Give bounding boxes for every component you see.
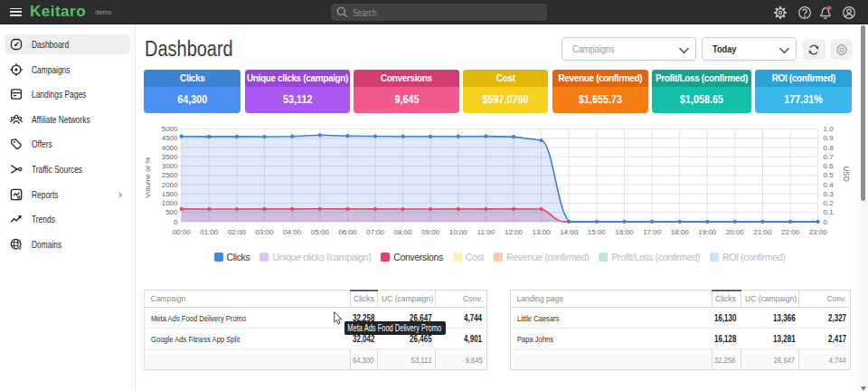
- svg-text:22:00: 22:00: [781, 228, 800, 236]
- svg-text:2000: 2000: [162, 181, 178, 189]
- svg-text:0.9: 0.9: [824, 134, 835, 142]
- svg-text:16:00: 16:00: [615, 228, 634, 236]
- svg-text:0.3: 0.3: [824, 190, 835, 198]
- svg-text:15:00: 15:00: [588, 228, 607, 236]
- svg-text:10:00: 10:00: [449, 228, 468, 236]
- svg-text:3500: 3500: [162, 153, 178, 161]
- svg-text:11:00: 11:00: [477, 228, 495, 236]
- svg-text:0.4: 0.4: [824, 181, 835, 189]
- svg-text:1.0: 1.0: [824, 125, 835, 133]
- svg-text:Volume or %: Volume or %: [144, 157, 152, 197]
- svg-text:4500: 4500: [162, 134, 178, 142]
- svg-text:04:00: 04:00: [283, 228, 302, 236]
- svg-text:17:00: 17:00: [643, 228, 662, 236]
- svg-text:14:00: 14:00: [560, 228, 579, 236]
- svg-text:01:00: 01:00: [200, 228, 219, 236]
- svg-text:USD: USD: [842, 166, 851, 182]
- svg-text:09:00: 09:00: [421, 228, 440, 236]
- svg-text:0.1: 0.1: [824, 208, 835, 216]
- svg-text:06:00: 06:00: [338, 228, 357, 236]
- svg-text:19:00: 19:00: [698, 228, 717, 236]
- svg-text:13:00: 13:00: [533, 228, 552, 236]
- svg-text:0.5: 0.5: [824, 171, 835, 179]
- svg-text:500: 500: [165, 208, 178, 216]
- svg-text:3000: 3000: [162, 162, 178, 170]
- svg-text:23:00: 23:00: [809, 228, 828, 236]
- svg-text:0.2: 0.2: [824, 199, 835, 207]
- svg-text:0.7: 0.7: [824, 153, 835, 161]
- svg-text:0: 0: [824, 218, 828, 226]
- svg-text:00:00: 00:00: [173, 228, 192, 236]
- svg-text:03:00: 03:00: [255, 228, 274, 236]
- svg-text:1000: 1000: [162, 199, 178, 207]
- svg-text:2500: 2500: [162, 171, 178, 179]
- svg-text:0: 0: [174, 218, 178, 226]
- svg-text:0.8: 0.8: [824, 144, 835, 152]
- svg-text:08:00: 08:00: [394, 228, 413, 236]
- svg-text:20:00: 20:00: [726, 228, 745, 236]
- svg-text:0.6: 0.6: [824, 162, 835, 170]
- svg-text:07:00: 07:00: [366, 228, 385, 236]
- svg-text:02:00: 02:00: [228, 228, 247, 236]
- svg-text:05:00: 05:00: [311, 228, 330, 236]
- svg-text:21:00: 21:00: [753, 228, 772, 236]
- svg-text:1500: 1500: [162, 190, 178, 198]
- svg-text:4000: 4000: [162, 144, 178, 152]
- svg-text:18:00: 18:00: [671, 228, 690, 236]
- svg-text:5000: 5000: [162, 125, 178, 133]
- svg-text:12:00: 12:00: [505, 228, 524, 236]
